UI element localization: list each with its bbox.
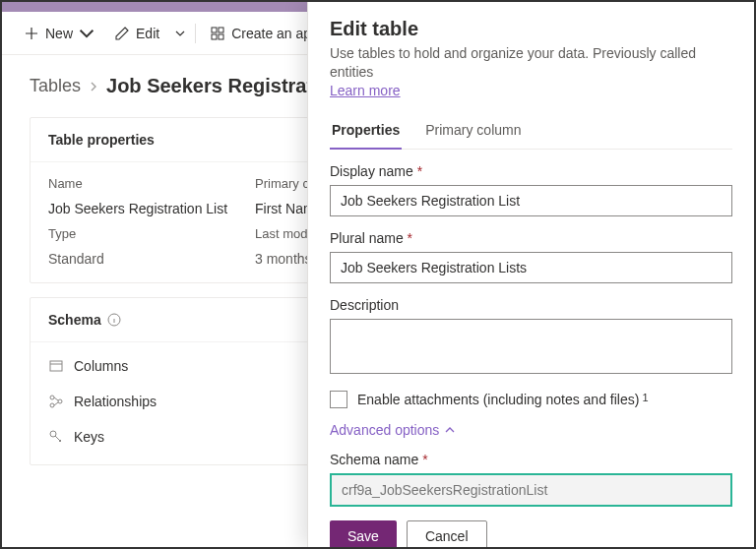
schema-title-text: Schema xyxy=(48,312,101,328)
enable-attachments-checkbox[interactable] xyxy=(330,391,347,408)
svg-rect-0 xyxy=(212,28,217,32)
separator xyxy=(195,24,196,43)
schema-item-label: Columns xyxy=(74,358,128,374)
schema-item-label: Relationships xyxy=(74,394,157,409)
svg-rect-1 xyxy=(219,28,223,32)
columns-icon xyxy=(48,358,64,374)
edit-label: Edit xyxy=(136,26,159,41)
panel-subtitle: Use tables to hold and organize your dat… xyxy=(330,45,696,80)
display-name-label-text: Display name xyxy=(330,163,413,179)
schema-item-label: Keys xyxy=(74,429,104,445)
chevron-down-icon xyxy=(175,29,185,38)
pencil-icon xyxy=(114,26,130,41)
panel-title: Edit table xyxy=(330,18,732,40)
required-asterisk: * xyxy=(408,230,412,246)
info-icon[interactable] xyxy=(107,313,121,327)
chevron-down-icon xyxy=(79,26,94,41)
display-name-label: Display name * xyxy=(330,163,732,179)
svg-point-8 xyxy=(50,403,54,407)
plural-name-input[interactable] xyxy=(330,252,732,283)
svg-point-7 xyxy=(58,399,62,403)
edit-split-chevron[interactable] xyxy=(171,26,189,41)
plural-name-label: Plural name * xyxy=(330,230,732,246)
keys-icon xyxy=(48,429,64,445)
breadcrumb-root[interactable]: Tables xyxy=(30,76,81,96)
plural-name-label-text: Plural name xyxy=(330,230,404,246)
new-label: New xyxy=(45,26,73,41)
tab-properties[interactable]: Properties xyxy=(330,114,402,150)
svg-rect-3 xyxy=(219,34,223,39)
enable-attachments-label: Enable attachments (including notes and … xyxy=(357,392,649,407)
cancel-button[interactable]: Cancel xyxy=(407,520,487,549)
create-app-label: Create an app xyxy=(231,26,319,41)
schema-name-label: Schema name * xyxy=(330,452,732,467)
prop-name-head: Name xyxy=(48,176,255,191)
description-input[interactable] xyxy=(330,319,732,374)
edit-button[interactable]: Edit xyxy=(106,20,167,47)
schema-name-label-text: Schema name xyxy=(330,452,418,467)
enable-attachments-text: Enable attachments (including notes and … xyxy=(357,392,639,407)
save-button[interactable]: Save xyxy=(330,520,397,549)
tab-primary-column[interactable]: Primary column xyxy=(423,114,523,149)
plus-icon xyxy=(24,26,39,41)
svg-rect-2 xyxy=(212,34,217,39)
schema-name-input xyxy=(330,473,732,507)
advanced-options-label: Advanced options xyxy=(330,422,439,438)
app-grid-icon xyxy=(210,26,225,41)
panel-tabs: Properties Primary column xyxy=(330,114,732,150)
advanced-options-toggle[interactable]: Advanced options xyxy=(330,422,732,438)
required-asterisk: * xyxy=(417,163,422,179)
prop-type-head: Type xyxy=(48,226,255,241)
relationships-icon xyxy=(48,394,64,409)
new-button[interactable]: New xyxy=(16,20,102,47)
svg-point-6 xyxy=(50,396,54,399)
learn-more-link[interactable]: Learn more xyxy=(330,83,401,98)
svg-rect-5 xyxy=(50,361,62,371)
chevron-up-icon xyxy=(445,425,455,435)
required-asterisk: * xyxy=(422,452,427,467)
chevron-right-icon xyxy=(89,76,98,96)
prop-type-value: Standard xyxy=(48,251,255,267)
edit-table-panel: Edit table Use tables to hold and organi… xyxy=(307,2,754,547)
display-name-input[interactable] xyxy=(330,185,732,216)
prop-name-value: Job Seekers Registration List xyxy=(48,201,255,216)
description-label: Description xyxy=(330,297,732,313)
